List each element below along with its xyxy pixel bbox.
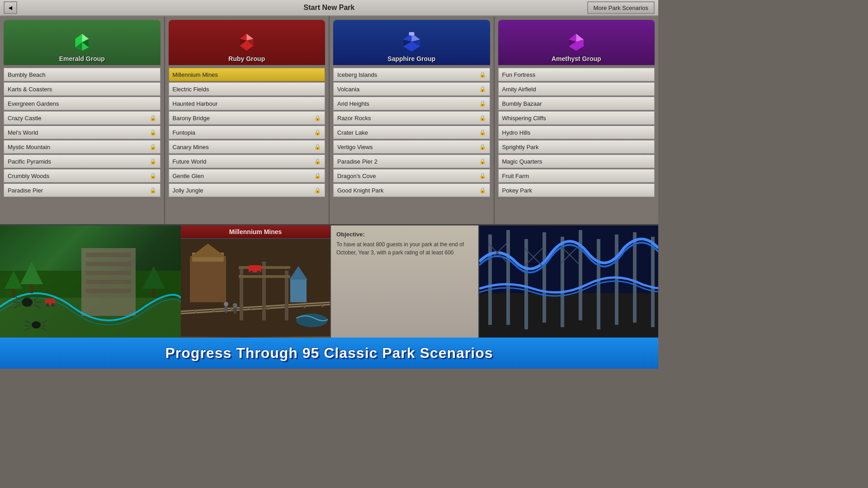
svg-point-73	[224, 302, 228, 306]
scenario-item[interactable]: Magic Quarters	[498, 155, 655, 168]
scenario-item[interactable]: Paradise Pier 2🔒	[333, 155, 490, 168]
more-scenarios-button[interactable]: More Park Scenarios	[587, 1, 655, 14]
scenario-item[interactable]: Crater Lake🔒	[333, 126, 490, 139]
group-panel-emerald: Emerald Group Bumbly BeachKarts & Coaste…	[0, 16, 165, 224]
scenario-name: Vertigo Views	[337, 144, 373, 150]
sapphire-group-name: Sapphire Group	[387, 55, 435, 62]
scenario-name: Hydro Hills	[502, 129, 531, 136]
scenario-item[interactable]: Funtopia🔒	[169, 126, 326, 139]
scenario-item[interactable]: Amity Airfield	[498, 82, 655, 96]
scenario-name: Bumbly Beach	[8, 71, 46, 78]
scenario-name: Bumbly Bazaar	[502, 100, 542, 107]
scenario-item[interactable]: Arid Heights🔒	[333, 97, 490, 110]
scenario-item[interactable]: Volcania🔒	[333, 82, 490, 96]
svg-rect-19	[86, 253, 131, 257]
lock-icon: 🔒	[479, 100, 486, 107]
scenario-name: Arid Heights	[337, 100, 369, 107]
scenario-item[interactable]: Vertigo Views🔒	[333, 140, 490, 154]
scenario-item[interactable]: Pokey Park	[498, 183, 655, 197]
ruby-group-name: Ruby Group	[228, 55, 265, 62]
scenario-item[interactable]: Millennium Mines	[169, 68, 326, 81]
group-header-sapphire: Sapphire Group	[333, 20, 490, 65]
scenario-item[interactable]: Bumbly Beach	[4, 68, 160, 81]
banner-text: Progress Through 95 Classic Park Scenari…	[165, 345, 493, 361]
scenario-item[interactable]: Good Knight Park🔒	[333, 183, 490, 197]
lock-icon: 🔒	[150, 173, 156, 179]
scenario-item[interactable]: Mystic Mountain🔒	[4, 140, 160, 154]
scenario-item[interactable]: Canary Mines🔒	[169, 140, 326, 154]
svg-rect-63	[285, 271, 288, 320]
preview-area: Millennium Mines	[0, 224, 658, 336]
scenario-item[interactable]: Razor Rocks🔒	[333, 111, 490, 125]
scenario-name: Mel's World	[8, 129, 38, 136]
scenario-item[interactable]: Mel's World🔒	[4, 126, 160, 139]
scenario-name: Crumbly Woods	[8, 173, 49, 179]
page-title: Start New Park	[304, 4, 355, 12]
scenario-name: Pokey Park	[502, 187, 532, 194]
scenario-name: Mystic Mountain	[8, 144, 50, 150]
scenario-item[interactable]: Hydro Hills	[498, 126, 655, 139]
svg-rect-27	[30, 284, 33, 293]
scenario-name: Volcania	[337, 86, 359, 93]
scenario-item[interactable]: Jolly Jungle🔒	[169, 183, 326, 197]
scenario-item[interactable]: Crumbly Woods🔒	[4, 169, 160, 183]
lock-icon: 🔒	[479, 187, 486, 193]
group-header-emerald: Emerald Group	[4, 20, 160, 65]
scenario-item[interactable]: Paradise Pier🔒	[4, 183, 160, 197]
scenario-name: Evergreen Gardens	[8, 100, 59, 107]
scenario-item[interactable]: Pacific Pyramids🔒	[4, 155, 160, 168]
scenario-list-amethyst: Fun FortressAmity AirfieldBumbly BazaarW…	[498, 68, 655, 221]
scenario-item[interactable]: Dragon's Cove🔒	[333, 169, 490, 183]
scenario-item[interactable]: Sprightly Park	[498, 140, 655, 154]
scenario-item[interactable]: Bumbly Bazaar	[498, 97, 655, 110]
scenario-name: Funtopia	[173, 129, 196, 136]
scenario-item[interactable]: Whispering Cliffs	[498, 111, 655, 125]
scenario-item[interactable]: Fun Fortress	[498, 68, 655, 81]
svg-rect-64	[239, 266, 290, 269]
group-panel-sapphire: Sapphire Group Iceberg Islands🔒Volcania🔒…	[330, 16, 495, 224]
lock-icon: 🔒	[150, 158, 156, 164]
scenario-item[interactable]: Barony Bridge🔒	[169, 111, 326, 125]
lock-icon: 🔒	[314, 144, 321, 150]
scenario-item[interactable]: Evergreen Gardens	[4, 97, 160, 110]
scenario-item[interactable]: Future World🔒	[169, 155, 326, 168]
scenario-name: Iceberg Islands	[337, 71, 377, 78]
emerald-group-name: Emerald Group	[59, 55, 105, 62]
back-button[interactable]: ◄	[4, 1, 17, 14]
svg-rect-70	[290, 280, 307, 302]
lock-icon: 🔒	[314, 158, 321, 164]
scenario-list-emerald: Bumbly BeachKarts & CoastersEvergreen Ga…	[4, 68, 160, 221]
svg-rect-12	[409, 32, 414, 36]
scenario-name: Amity Airfield	[502, 86, 536, 93]
scenario-item[interactable]: Gentle Glen🔒	[169, 169, 326, 183]
svg-rect-20	[86, 262, 131, 266]
scenario-item[interactable]: Karts & Coasters	[4, 82, 160, 96]
scenario-name: Fun Fortress	[502, 71, 536, 78]
amethyst-gem-icon	[565, 31, 588, 53]
svg-point-68	[257, 271, 260, 274]
lock-icon: 🔒	[479, 71, 486, 78]
lock-icon: 🔒	[479, 86, 486, 92]
preview-center: Millennium Mines	[181, 225, 330, 338]
scenario-item[interactable]: Crazy Castle🔒	[4, 111, 160, 125]
scenario-item[interactable]: Iceberg Islands🔒	[333, 68, 490, 81]
scenario-item[interactable]: Haunted Harbour	[169, 97, 326, 110]
lock-icon: 🔒	[150, 144, 156, 150]
svg-rect-82	[542, 232, 546, 323]
objective-panel: Objective: To have at least 800 guests i…	[330, 225, 479, 338]
scenario-name: Paradise Pier 2	[337, 158, 377, 165]
scenario-item[interactable]: Fruit Farm	[498, 169, 655, 183]
lock-icon: 🔒	[150, 129, 156, 136]
scenario-list-sapphire: Iceberg Islands🔒Volcania🔒Arid Heights🔒Ra…	[333, 68, 490, 221]
svg-rect-88	[651, 237, 655, 327]
scenario-name: Fruit Farm	[502, 173, 529, 179]
svg-rect-21	[86, 271, 131, 275]
svg-point-31	[46, 303, 49, 307]
scenario-item[interactable]: Electric Fields	[169, 82, 326, 96]
scenario-groups: Emerald Group Bumbly BeachKarts & Coaste…	[0, 16, 658, 224]
objective-label: Objective:	[336, 231, 473, 238]
svg-point-32	[51, 303, 55, 307]
scenario-name: Jolly Jungle	[173, 187, 203, 194]
svg-rect-22	[86, 280, 131, 284]
scenario-name: Gentle Glen	[173, 173, 204, 179]
